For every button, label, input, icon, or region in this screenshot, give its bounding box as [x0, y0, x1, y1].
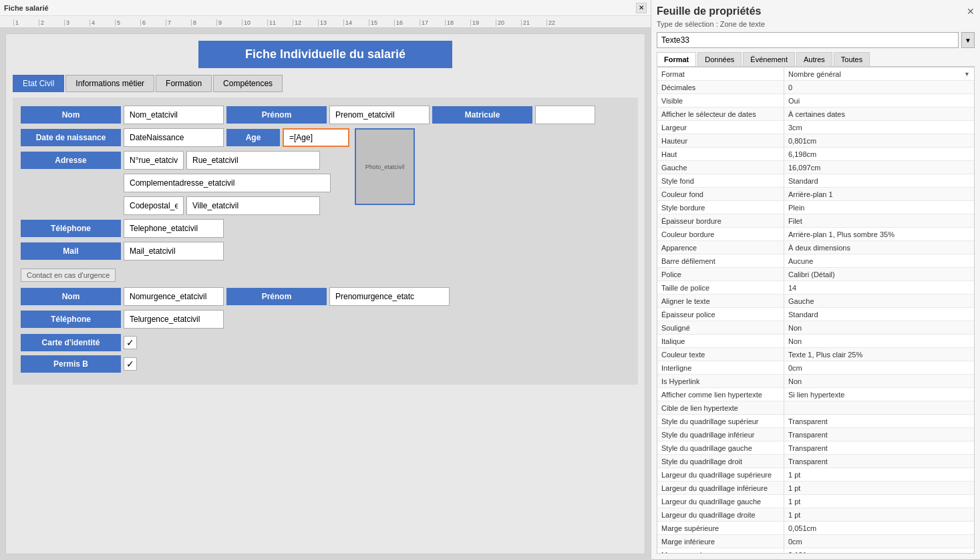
form-content: Nom Prénom Matricule Date de naissance: [13, 98, 638, 385]
prop-value-cell: 0,051cm: [784, 522, 974, 534]
form-header: Fiche Individuelle du salarié: [13, 41, 638, 68]
prop-row: FormatNombre général▼: [657, 67, 974, 81]
prop-row: Cible de lien hypertexte: [657, 401, 974, 415]
nom-input[interactable]: [124, 106, 224, 124]
prop-tab-toutes[interactable]: Toutes: [834, 52, 870, 66]
prop-tab-evenement[interactable]: Événement: [743, 52, 795, 66]
num-rue-input[interactable]: [124, 151, 184, 170]
telephone-row: Téléphone: [21, 219, 630, 238]
complement-input[interactable]: [124, 174, 331, 192]
prop-tab-autres[interactable]: Autres: [796, 52, 832, 66]
designer-body: Fiche Individuelle du salarié Etat Civil…: [0, 28, 651, 559]
control-name-dropdown[interactable]: ▼: [961, 32, 975, 48]
prop-row: Couleur fondArrière-plan 1: [657, 188, 974, 201]
carte-identite-checkbox[interactable]: ✓: [124, 336, 137, 349]
prop-row: VisibleOui: [657, 94, 974, 108]
prop-tab-format[interactable]: Format: [657, 52, 696, 66]
prop-tab-donnees[interactable]: Données: [697, 52, 742, 66]
prop-row: Largeur3cm: [657, 121, 974, 134]
adresse-label: Adresse: [21, 152, 121, 169]
prop-value-cell: Gauche: [784, 295, 974, 307]
prop-value-cell: Filet: [784, 214, 974, 227]
panel-close-button[interactable]: ✕: [967, 6, 975, 17]
contact-urgence-section: Contact en cas d'urgence Nom Prénom Télé…: [21, 266, 630, 329]
ruler-mark: 5: [115, 19, 140, 26]
prop-name-cell: Couleur texte: [657, 348, 784, 361]
prop-name-cell: Hauteur: [657, 134, 784, 147]
mail-input[interactable]: [124, 242, 224, 260]
ruler-mark: 21: [521, 19, 546, 26]
prop-row: Style fondStandard: [657, 174, 974, 188]
carte-identite-row: Carte d'identité ✓: [21, 334, 630, 351]
ruler-mark: 22: [546, 19, 572, 26]
prop-row: ApparenceÀ deux dimensions: [657, 241, 974, 254]
title-bar: Fiche salarié ✕: [0, 0, 651, 16]
prop-value-cell: Oui: [784, 94, 974, 107]
prop-row: Hauteur0,801cm: [657, 134, 974, 148]
prop-row: Largeur du quadrillage supérieure1 pt: [657, 468, 974, 482]
prop-value-cell: [784, 401, 974, 414]
ville-input[interactable]: [186, 196, 320, 215]
prenom-input[interactable]: [329, 106, 430, 124]
prop-row: Afficher comme lien hypertexteSi lien hy…: [657, 388, 974, 401]
codepostal-input[interactable]: [124, 196, 184, 215]
close-button[interactable]: ✕: [636, 3, 647, 13]
prop-row: Épaisseur bordureFilet: [657, 214, 974, 228]
date-naissance-input[interactable]: [124, 128, 224, 147]
prop-value-cell: Texte 1, Plus clair 25%: [784, 348, 974, 361]
prop-value-cell: Standard: [784, 174, 974, 187]
rue-input[interactable]: [186, 151, 320, 170]
control-name-input[interactable]: [657, 32, 959, 48]
prop-value-cell: 1 pt: [784, 482, 974, 494]
matricule-input[interactable]: [535, 106, 595, 124]
prop-name-cell: Largeur du quadrillage droite: [657, 508, 784, 521]
prop-value-cell: 0,101cm: [784, 548, 974, 554]
prop-name-cell: Marge inférieure: [657, 535, 784, 548]
tel-urg-label: Téléphone: [21, 311, 121, 328]
age-input[interactable]: [283, 128, 349, 147]
ruler: 1 2 3 4 5 6 7 8 9 10 11 12 13 14 15 16 1…: [0, 16, 651, 28]
prenom-urg-input[interactable]: [329, 287, 450, 306]
ruler-mark: 17: [420, 19, 445, 26]
tel-urgence-row: Téléphone: [21, 310, 630, 329]
tab-etat-civil[interactable]: Etat Civil: [13, 75, 64, 92]
prop-name-cell: Style du quadrillage droit: [657, 455, 784, 468]
tab-competences[interactable]: Compétences: [213, 75, 283, 92]
date-naissance-label: Date de naissance: [21, 129, 121, 146]
mail-row: Mail: [21, 242, 630, 260]
permis-b-label: Permis B: [21, 355, 121, 373]
tabs: Etat Civil Informations métier Formation…: [13, 75, 638, 92]
prop-row: Épaisseur policeStandard: [657, 308, 974, 321]
ruler-mark: 3: [64, 19, 90, 26]
prop-name-cell: Style bordure: [657, 201, 784, 214]
ruler-mark: 14: [343, 19, 369, 26]
prop-value-cell: Plein: [784, 201, 974, 214]
prop-name-cell: Couleur bordure: [657, 228, 784, 240]
nom-urg-input[interactable]: [124, 287, 224, 306]
prop-value-cell[interactable]: Nombre général▼: [784, 67, 974, 80]
prop-row: Largeur du quadrillage inférieure1 pt: [657, 482, 974, 495]
prop-row: Taille de police14: [657, 281, 974, 295]
telephone-input[interactable]: [124, 219, 224, 238]
prop-row: Largeur du quadrillage droite1 pt: [657, 508, 974, 522]
permis-b-checkbox[interactable]: ✓: [124, 357, 137, 371]
tel-urg-input[interactable]: [124, 310, 224, 329]
tab-informations-metier[interactable]: Informations métier: [65, 75, 154, 92]
prop-name-cell: Style fond: [657, 174, 784, 187]
prop-row: Aligner le texteGauche: [657, 295, 974, 308]
ruler-mark: 6: [140, 19, 166, 26]
prop-value-cell: 0cm: [784, 361, 974, 374]
prop-name-cell: Style du quadrillage supérieur: [657, 415, 784, 427]
tab-formation[interactable]: Formation: [156, 75, 212, 92]
prop-row: Haut6,198cm: [657, 148, 974, 161]
prop-name-cell: Épaisseur bordure: [657, 214, 784, 227]
form-title: Fiche Individuelle du salarié: [198, 41, 452, 68]
prop-value-cell: 0: [784, 81, 974, 94]
nom-urg-label: Nom: [21, 288, 121, 305]
prop-value-cell: 0,801cm: [784, 134, 974, 147]
prop-row: ItaliqueNon: [657, 335, 974, 348]
prenom-label: Prénom: [226, 106, 327, 124]
prop-row: Style du quadrillage gaucheTransparent: [657, 441, 974, 455]
prop-row: Style bordurePlein: [657, 201, 974, 214]
prop-value-cell: Transparent: [784, 415, 974, 427]
